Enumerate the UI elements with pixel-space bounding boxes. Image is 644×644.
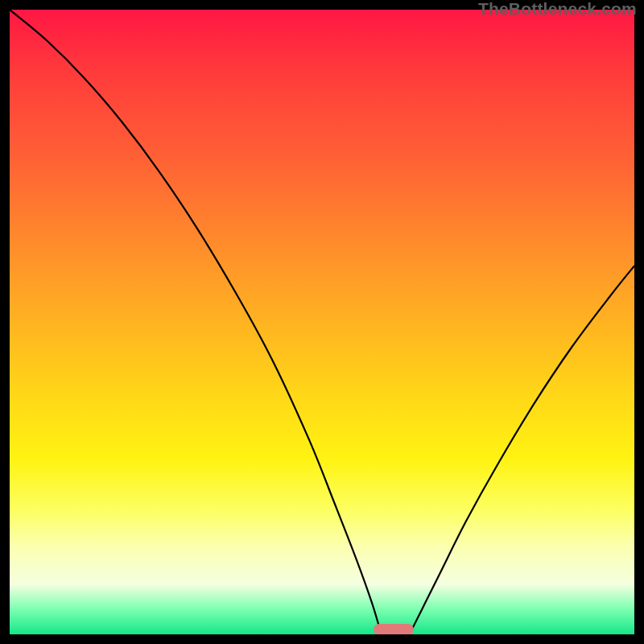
bottleneck-curve — [10, 10, 634, 634]
chart-frame: TheBottleneck.com — [0, 0, 644, 644]
plot-area — [10, 10, 634, 634]
optimal-marker — [374, 624, 414, 634]
